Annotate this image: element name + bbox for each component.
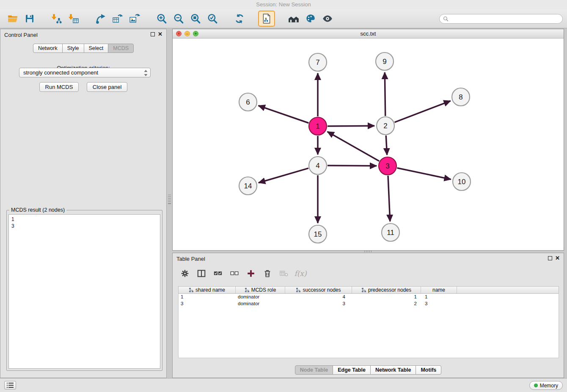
search-box <box>439 14 563 24</box>
cell-predecessor-nodes[interactable]: 1 <box>352 294 421 301</box>
graph-edge[interactable] <box>259 168 308 182</box>
open-session-button[interactable] <box>4 11 21 26</box>
columns-icon <box>197 269 206 278</box>
function-builder-button[interactable]: f(x) <box>294 268 307 279</box>
window-title: Session: New Session <box>256 1 311 8</box>
task-history-button[interactable] <box>4 381 16 389</box>
tab-network[interactable]: Network <box>33 44 63 53</box>
column-header-successor-nodes[interactable]: successor nodes <box>285 287 352 293</box>
float-table-panel-icon[interactable] <box>548 256 552 260</box>
gear-icon <box>180 269 190 278</box>
cell-mcds-role[interactable]: dominator <box>236 301 285 307</box>
run-mcds-button[interactable]: Run MCDS <box>39 82 79 92</box>
window-traffic-lights: × – + <box>176 31 198 36</box>
import-network-button[interactable] <box>48 11 65 26</box>
deselect-all-columns-button[interactable] <box>228 268 241 279</box>
network-window-titlebar[interactable]: × – + scc.txt <box>173 29 564 39</box>
cell-name[interactable]: 1 <box>421 294 457 301</box>
graph-edge[interactable] <box>259 106 309 123</box>
close-panel-button[interactable]: Close panel <box>87 82 128 92</box>
tab-edge-table[interactable]: Edge Table <box>333 365 371 375</box>
show-graphics-button[interactable] <box>319 11 336 26</box>
float-panel-icon[interactable] <box>151 32 155 36</box>
vertical-splitter-handle[interactable] <box>168 195 171 204</box>
save-floppy-icon <box>25 14 35 24</box>
column-header-mcds-role[interactable]: MCDS role <box>236 287 285 293</box>
export-image-button[interactable] <box>126 11 143 26</box>
trash-icon <box>263 269 272 278</box>
graph-edge[interactable] <box>328 132 379 161</box>
column-header-predecessor-nodes[interactable]: predecessor nodes <box>352 287 421 293</box>
search-input[interactable] <box>451 16 559 22</box>
cell-predecessor-nodes[interactable]: 2 <box>352 301 421 307</box>
maximize-window-icon[interactable]: + <box>193 31 198 36</box>
tab-mcds[interactable]: MCDS <box>108 44 134 53</box>
optimization-criterion-select[interactable]: strongly connected component <box>19 68 151 77</box>
import-table-button[interactable] <box>65 11 82 26</box>
control-panel-tabs: NetworkStyleSelectMCDS <box>0 44 166 53</box>
tab-style[interactable]: Style <box>62 44 84 53</box>
tab-motifs[interactable]: Motifs <box>416 365 441 375</box>
close-panel-icon[interactable]: ✕ <box>158 31 162 37</box>
column-label: MCDS role <box>251 287 276 293</box>
table-panel: Table Panel ✕ <box>172 253 564 378</box>
delete-column-button[interactable] <box>261 268 274 279</box>
create-column-button[interactable] <box>245 268 257 279</box>
tab-select[interactable]: Select <box>84 44 109 53</box>
close-window-icon[interactable]: × <box>176 31 182 36</box>
zoom-in-button[interactable] <box>153 11 170 26</box>
graph-edge[interactable] <box>388 176 390 221</box>
window-titlebar[interactable]: Session: New Session <box>0 0 567 9</box>
graph-edge[interactable] <box>385 72 385 116</box>
graph-edge[interactable] <box>328 126 374 126</box>
graph-edge[interactable] <box>328 166 377 166</box>
control-panel-header: Control Panel ✕ <box>0 29 166 40</box>
graph-node-label: 15 <box>314 230 322 238</box>
cell-shared-name[interactable]: 1 <box>179 294 236 301</box>
export-table-button[interactable] <box>109 11 126 26</box>
network-canvas[interactable]: 7968124314101511 <box>173 39 564 250</box>
tab-node-table[interactable]: Node Table <box>295 365 333 375</box>
delete-table-button[interactable] <box>278 268 290 279</box>
cell-name[interactable]: 3 <box>421 301 457 307</box>
export-network-button[interactable] <box>92 11 109 26</box>
cell-successor-nodes[interactable]: 3 <box>285 301 352 307</box>
cell-successor-nodes[interactable]: 4 <box>285 294 352 301</box>
show-columns-button[interactable] <box>195 268 208 279</box>
graph-edge[interactable] <box>395 101 451 122</box>
save-session-button[interactable] <box>21 11 38 26</box>
zoom-fit-icon <box>190 13 201 24</box>
graph-edge[interactable] <box>386 135 387 155</box>
column-header-name[interactable]: name <box>421 287 457 293</box>
table-row[interactable]: 1 dominator 4 1 1 <box>179 294 559 301</box>
column-header-shared-name[interactable]: shared name <box>179 287 236 293</box>
graph-node-label: 14 <box>244 182 252 190</box>
zoom-fit-button[interactable] <box>187 11 204 26</box>
zoom-selected-button[interactable] <box>204 11 221 26</box>
minimize-window-icon[interactable]: – <box>184 31 190 36</box>
double-house-icon <box>288 13 300 24</box>
style-palette-button[interactable] <box>302 11 319 26</box>
tab-network-table[interactable]: Network Table <box>370 365 416 375</box>
cell-mcds-role[interactable]: dominator <box>236 294 285 301</box>
import-network-icon <box>51 13 62 24</box>
column-label: successor nodes <box>303 287 341 293</box>
graph-edge[interactable] <box>397 168 451 179</box>
list-icon <box>7 383 14 388</box>
close-table-panel-icon[interactable]: ✕ <box>555 255 560 261</box>
table-settings-button[interactable] <box>179 268 191 279</box>
mcds-result-textarea[interactable]: 1 3 <box>8 214 160 369</box>
node-table-header: shared name MCDS role successor nodes pr… <box>178 286 559 294</box>
zoom-out-button[interactable] <box>170 11 187 26</box>
cell-shared-name[interactable]: 3 <box>179 301 236 307</box>
table-row[interactable]: 3 dominator 3 2 3 <box>179 301 559 307</box>
memory-button[interactable]: Memory <box>529 381 563 390</box>
select-all-columns-button[interactable] <box>212 268 224 279</box>
new-network-from-selection-button[interactable] <box>258 11 275 27</box>
network-graph[interactable]: 7968124314101511 <box>173 39 564 250</box>
column-label: shared name <box>195 287 225 293</box>
column-type-icon <box>361 287 366 293</box>
home-network-button[interactable] <box>285 11 302 26</box>
app-window: Session: New Session <box>0 0 567 392</box>
refresh-button[interactable] <box>231 11 248 26</box>
